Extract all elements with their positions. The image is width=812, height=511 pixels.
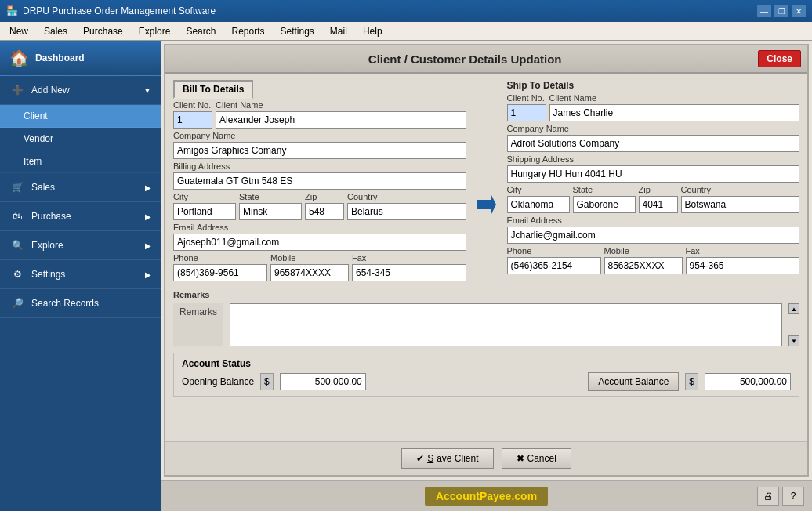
cancel-button[interactable]: ✖ Cancel xyxy=(502,448,571,469)
chevron-right-icon-purchase: ▶ xyxy=(145,212,151,221)
bill-client-no-input[interactable] xyxy=(173,111,212,129)
brand-logo: AccountPayee.com xyxy=(425,487,548,506)
ship-mobile-label: Mobile xyxy=(604,246,683,256)
section-arrow xyxy=(473,194,501,216)
remarks-textarea[interactable] xyxy=(230,303,782,346)
ship-client-no-label: Client No. xyxy=(507,93,546,103)
bill-phone-input[interactable] xyxy=(173,264,267,281)
sidebar-subitem-client[interactable]: Client xyxy=(0,105,161,128)
bill-email-input[interactable] xyxy=(173,234,466,251)
ship-phone-label: Phone xyxy=(507,246,601,256)
ship-to-label: Ship To Details xyxy=(507,78,575,93)
ship-client-name-input[interactable] xyxy=(549,104,800,121)
help-button[interactable]: ? xyxy=(782,487,804,506)
chevron-right-icon-sales: ▶ xyxy=(145,183,151,192)
ship-country-input[interactable] xyxy=(681,196,800,213)
add-new-icon: ➕ xyxy=(9,82,25,98)
remarks-section-label: Remarks xyxy=(173,290,209,300)
account-balance-button[interactable]: Account Balance xyxy=(588,372,679,391)
sidebar-subitem-item[interactable]: Item xyxy=(0,150,161,173)
cancel-label: Cancel xyxy=(527,453,556,464)
ship-email-input[interactable] xyxy=(507,227,800,244)
remarks-label: Remarks xyxy=(173,303,223,346)
sidebar-item-add-new-label: Add New xyxy=(31,85,70,96)
sidebar-item-sales[interactable]: 🛒 Sales ▶ xyxy=(0,173,161,202)
bill-to-section: Bill To Details Client No. Client Name xyxy=(173,80,466,281)
form-title: Client / Customer Details Updation xyxy=(172,53,758,66)
settings-icon: ⚙ xyxy=(9,266,25,282)
print-button[interactable]: 🖨 xyxy=(757,487,779,506)
app-icon: 🏪 xyxy=(6,5,18,16)
maximize-button[interactable]: ❐ xyxy=(774,5,788,17)
account-status-section: Account Status Opening Balance $ Account… xyxy=(173,353,799,397)
bill-mobile-input[interactable] xyxy=(270,264,349,281)
sidebar-item-sales-label: Sales xyxy=(31,182,55,193)
menu-explore[interactable]: Explore xyxy=(132,24,177,38)
content-area: Client / Customer Details Updation Close… xyxy=(161,41,812,511)
form-header: Client / Customer Details Updation Close xyxy=(165,45,807,74)
print-icon: 🖨 xyxy=(763,491,773,502)
sidebar-item-purchase[interactable]: 🛍 Purchase ▶ xyxy=(0,202,161,231)
save-client-button[interactable]: ✔ Save Client xyxy=(401,448,493,469)
sales-icon: 🛒 xyxy=(9,179,25,195)
bill-zip-input[interactable] xyxy=(305,203,344,220)
menu-reports[interactable]: Reports xyxy=(225,24,270,38)
close-form-button[interactable]: Close xyxy=(758,50,801,67)
menu-purchase[interactable]: Purchase xyxy=(77,24,129,38)
ship-client-no-input[interactable] xyxy=(507,104,546,121)
sidebar-header: 🏠 Dashboard xyxy=(0,41,161,76)
bill-zip-label: Zip xyxy=(305,192,344,202)
chevron-right-icon-settings: ▶ xyxy=(145,270,151,279)
remarks-scroll-up[interactable]: ▲ xyxy=(788,303,799,314)
ship-company-name-input[interactable] xyxy=(507,135,800,152)
save-icon: ✔ xyxy=(416,453,424,464)
bill-company-name-input[interactable] xyxy=(173,142,466,159)
sidebar-header-label: Dashboard xyxy=(35,53,85,63)
explore-icon: 🔍 xyxy=(9,237,25,253)
ship-client-name-label: Client Name xyxy=(549,93,800,103)
menu-help[interactable]: Help xyxy=(357,24,389,38)
window-close-button[interactable]: ✕ xyxy=(792,5,806,17)
bill-city-input[interactable] xyxy=(173,203,236,220)
bill-state-input[interactable] xyxy=(239,203,302,220)
bill-address-input[interactable] xyxy=(173,172,466,190)
sidebar: 🏠 Dashboard ➕ Add New ▼ Client Vendor It… xyxy=(0,41,161,511)
account-status-title: Account Status xyxy=(182,358,791,369)
ship-city-input[interactable] xyxy=(507,196,570,213)
ship-to-section: Ship To Details Client No. Client Name xyxy=(507,80,800,281)
bill-to-tab[interactable]: Bill To Details xyxy=(173,80,253,99)
ship-phone-input[interactable] xyxy=(507,257,601,274)
bill-client-name-label: Client Name xyxy=(216,100,466,111)
bill-country-input[interactable] xyxy=(347,203,466,220)
sidebar-subitem-vendor[interactable]: Vendor xyxy=(0,128,161,150)
menu-search[interactable]: Search xyxy=(179,24,222,38)
ship-email-label: Email Address xyxy=(507,216,800,226)
ship-mobile-input[interactable] xyxy=(604,257,683,274)
title-bar: 🏪 DRPU Purchase Order Management Softwar… xyxy=(0,0,812,22)
account-balance-input[interactable] xyxy=(705,373,791,390)
remarks-scroll-down[interactable]: ▼ xyxy=(788,335,799,346)
ship-fax-label: Fax xyxy=(686,246,800,256)
help-icon: ? xyxy=(791,491,796,502)
opening-balance-input[interactable] xyxy=(280,373,366,390)
sidebar-item-add-new[interactable]: ➕ Add New ▼ xyxy=(0,76,161,105)
bill-country-label: Country xyxy=(347,192,466,202)
ship-zip-input[interactable] xyxy=(639,196,678,213)
sidebar-item-explore[interactable]: 🔍 Explore ▶ xyxy=(0,231,161,260)
sidebar-item-search-records[interactable]: 🔎 Search Records xyxy=(0,289,161,318)
bill-city-label: City xyxy=(173,192,236,202)
opening-balance-currency: $ xyxy=(260,373,274,390)
sidebar-item-settings[interactable]: ⚙ Settings ▶ xyxy=(0,260,161,289)
menu-settings[interactable]: Settings xyxy=(274,24,321,38)
menu-mail[interactable]: Mail xyxy=(324,24,353,38)
menu-new[interactable]: New xyxy=(3,24,34,38)
sidebar-item-explore-label: Explore xyxy=(31,240,63,251)
bill-client-name-input[interactable] xyxy=(216,111,466,129)
menu-sales[interactable]: Sales xyxy=(38,24,74,38)
ship-fax-input[interactable] xyxy=(686,257,800,274)
bill-fax-input[interactable] xyxy=(352,264,466,281)
bill-ship-row: Bill To Details Client No. Client Name xyxy=(173,80,799,281)
ship-address-input[interactable] xyxy=(507,165,800,183)
minimize-button[interactable]: — xyxy=(757,5,771,17)
ship-state-input[interactable] xyxy=(573,196,636,213)
